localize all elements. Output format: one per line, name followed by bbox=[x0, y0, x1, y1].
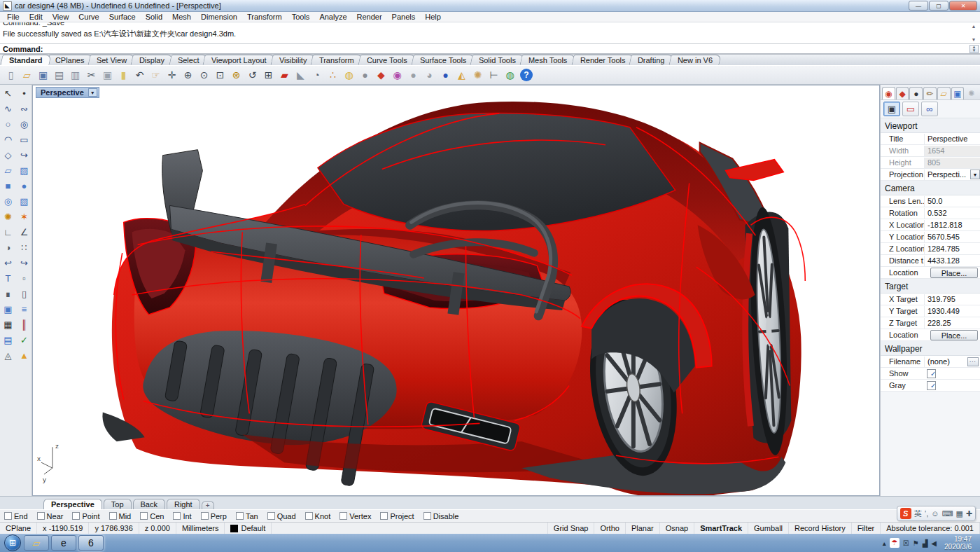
status-cell[interactable]: CPlane bbox=[0, 523, 37, 534]
status-cell[interactable]: Millimeters bbox=[176, 523, 225, 534]
rendered-display-icon[interactable]: ◉ bbox=[389, 67, 405, 83]
curve-edit-icon[interactable]: ∾ bbox=[17, 102, 31, 116]
block-icon[interactable]: ∎ bbox=[1, 287, 15, 301]
ime-toolbox-icon[interactable]: ✚ bbox=[966, 509, 972, 518]
osnap-toggle[interactable]: Disable bbox=[424, 512, 459, 520]
circle-icon[interactable]: ○ bbox=[1, 117, 15, 132]
property-row[interactable]: Filename (none) bbox=[881, 356, 980, 368]
property-row[interactable]: Rotation 0.532 bbox=[881, 207, 980, 219]
property-row[interactable]: Gray ✓ bbox=[881, 380, 980, 392]
property-row[interactable]: Title Perspective bbox=[881, 133, 980, 145]
torus-icon[interactable]: ◎ bbox=[1, 194, 15, 209]
osnap-checkbox[interactable] bbox=[236, 512, 244, 520]
ie-taskbar-button[interactable]: e bbox=[51, 535, 76, 551]
cut-icon[interactable]: ✂ bbox=[83, 67, 99, 83]
osnap-toggle[interactable]: Int bbox=[173, 512, 191, 520]
status-cell[interactable]: SmartTrack bbox=[694, 523, 748, 534]
viewport-tab[interactable]: Perspective bbox=[43, 499, 102, 509]
copy-icon[interactable]: ▣ bbox=[99, 67, 115, 83]
cplane-icon[interactable]: ◔ bbox=[309, 67, 325, 83]
sogou-icon[interactable]: S bbox=[900, 508, 911, 519]
menu-item[interactable]: Mesh bbox=[167, 12, 196, 22]
array-icon[interactable]: ▦ bbox=[1, 317, 15, 332]
link-properties-tab[interactable]: ∞ bbox=[921, 102, 938, 116]
polygon-icon[interactable]: ◇ bbox=[1, 148, 15, 163]
viewport-title-label[interactable]: Perspective ▼ bbox=[36, 87, 99, 98]
ime-skin-icon[interactable]: ▦ bbox=[955, 509, 962, 518]
flag-icon[interactable]: ◭ bbox=[454, 67, 470, 83]
toolbar-tab[interactable]: Standard bbox=[0, 55, 51, 65]
toolbar-tab[interactable]: Surface Tools bbox=[411, 55, 475, 65]
toolbar-tab[interactable]: Drafting bbox=[629, 55, 674, 65]
osnap-toggle[interactable]: Project bbox=[380, 512, 414, 520]
earth-icon[interactable]: ◍ bbox=[502, 67, 518, 83]
status-cell[interactable]: Grid Snap bbox=[548, 523, 595, 534]
menu-item[interactable]: Solid bbox=[141, 12, 167, 22]
menu-item[interactable]: Help bbox=[420, 12, 446, 22]
lock-icon[interactable]: ● bbox=[357, 67, 373, 83]
check-icon[interactable]: ✓ bbox=[17, 333, 31, 347]
viewport-tab[interactable]: Back bbox=[133, 499, 165, 509]
action-center-tray-icon[interactable]: ⚑ bbox=[913, 539, 919, 547]
osnap-checkbox[interactable] bbox=[380, 512, 388, 520]
box-icon[interactable]: ■ bbox=[1, 179, 15, 193]
explode-icon[interactable]: ✶ bbox=[17, 209, 31, 224]
tray-expand-icon[interactable]: ▴ bbox=[883, 539, 886, 547]
property-row[interactable]: X Location -1812.818 bbox=[881, 219, 980, 231]
curve-start-icon[interactable]: ↩ bbox=[1, 256, 15, 270]
zoom-extents-icon[interactable]: ⊛ bbox=[228, 67, 244, 83]
osnap-toggle[interactable]: End bbox=[4, 512, 28, 520]
curve-icon[interactable]: ∿ bbox=[1, 102, 15, 116]
menu-item[interactable]: Render bbox=[352, 12, 387, 22]
toolbar-tab[interactable]: Set View bbox=[88, 55, 136, 65]
status-cell[interactable]: Default bbox=[225, 523, 272, 534]
menu-item[interactable]: Panels bbox=[387, 12, 421, 22]
toolbar-tab[interactable]: Viewport Layout bbox=[203, 55, 276, 65]
status-cell[interactable]: Absolute tolerance: 0.001 bbox=[881, 523, 980, 534]
toolbar-tab[interactable]: Display bbox=[131, 55, 174, 65]
add-viewport-tab-button[interactable]: + bbox=[202, 501, 214, 509]
network-error-tray-icon[interactable]: ☒ bbox=[903, 539, 909, 547]
osnap-toggle[interactable]: Knot bbox=[305, 512, 331, 520]
xray-display-icon[interactable]: ◕ bbox=[421, 67, 438, 83]
toolbar-tab[interactable]: Transform bbox=[311, 55, 363, 65]
taskbar-clock[interactable]: 19:47 2020/3/6 bbox=[940, 535, 976, 551]
property-row[interactable]: Y Location 5670.545 bbox=[881, 231, 980, 243]
pyramid-icon[interactable]: ▲ bbox=[17, 348, 31, 363]
ime-lang-icon[interactable]: 英 bbox=[914, 509, 922, 519]
menu-item[interactable]: Curve bbox=[74, 12, 104, 22]
rectangle-icon[interactable]: ▭ bbox=[17, 132, 31, 147]
undo-view-icon[interactable]: ↺ bbox=[244, 67, 260, 83]
osnap-toggle[interactable]: Tan bbox=[236, 512, 258, 520]
explorer-taskbar-button[interactable]: ▱ bbox=[24, 535, 49, 551]
render-panel-tab[interactable]: ● bbox=[909, 87, 923, 99]
property-row[interactable]: Show ✓ bbox=[881, 368, 980, 380]
status-cell[interactable]: Osnap bbox=[660, 523, 694, 534]
property-row[interactable]: Distance t... 4433.128 bbox=[881, 255, 980, 267]
status-cell[interactable]: Gumball bbox=[748, 523, 789, 534]
osnap-toggle[interactable]: Mid bbox=[109, 512, 132, 520]
osnap-toggle[interactable]: Cen bbox=[140, 512, 164, 520]
avira-tray-icon[interactable]: ☂ bbox=[890, 538, 899, 548]
rotate-view-icon[interactable]: ✛ bbox=[164, 67, 180, 83]
osnap-checkbox[interactable] bbox=[4, 512, 12, 520]
freeform-icon[interactable]: ↪ bbox=[17, 148, 31, 163]
close-button[interactable]: ✕ bbox=[949, 1, 977, 11]
car-display-icon[interactable]: ▰ bbox=[276, 67, 293, 83]
save-icon[interactable]: ▣ bbox=[35, 67, 51, 83]
display-panel-tab[interactable]: ◆ bbox=[896, 87, 909, 99]
property-row[interactable]: Projection Perspecti... bbox=[881, 169, 980, 181]
export-icon[interactable]: ▥ bbox=[67, 67, 83, 83]
osnap-toggle[interactable]: Vertex bbox=[340, 512, 371, 520]
toolbar-tab[interactable]: Visibility bbox=[270, 55, 316, 65]
viewport-tab[interactable]: Right bbox=[167, 499, 200, 509]
status-cell[interactable]: z 0.000 bbox=[139, 523, 176, 534]
new-file-icon[interactable]: ▯ bbox=[3, 67, 19, 83]
menu-item[interactable]: Transform bbox=[242, 12, 287, 22]
display-mode-tab[interactable]: ▭ bbox=[902, 102, 919, 116]
mesh-icon[interactable]: ◬ bbox=[1, 348, 15, 363]
property-row[interactable]: Width 1654 bbox=[881, 145, 980, 157]
command-history-scrollbar[interactable]: ▲▼ bbox=[969, 22, 979, 43]
lamp-icon[interactable]: ◍ bbox=[341, 67, 357, 83]
menu-item[interactable]: Edit bbox=[24, 12, 48, 22]
